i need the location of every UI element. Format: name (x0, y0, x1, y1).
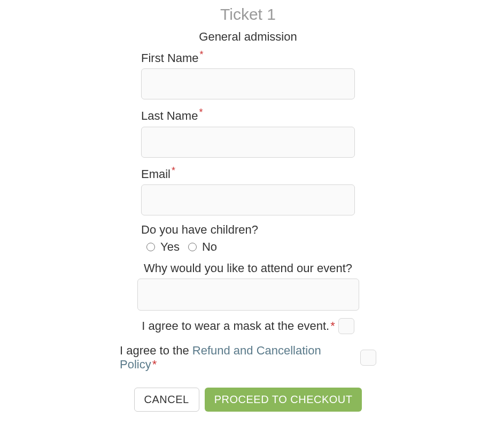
cancel-button[interactable]: CANCEL (134, 388, 199, 412)
last-name-group: Last Name* (141, 107, 355, 157)
policy-checkbox[interactable] (360, 350, 376, 366)
button-row: CANCEL PROCEED TO CHECKOUT (0, 388, 496, 412)
first-name-input[interactable] (141, 68, 355, 99)
mask-label: I agree to wear a mask at the event. (142, 319, 329, 333)
why-attend-group: Why would you like to attend our event? (130, 261, 366, 311)
children-yes-label: Yes (160, 240, 180, 254)
ticket-subtitle: General admission (0, 30, 496, 44)
required-star: * (152, 358, 157, 371)
label-text: First Name (141, 51, 199, 65)
policy-prefix: I agree to the (120, 344, 192, 357)
why-attend-input[interactable] (137, 279, 359, 311)
children-yes-radio[interactable] (146, 243, 155, 251)
first-name-label: First Name* (141, 49, 355, 65)
email-group: Email* (141, 165, 355, 215)
children-no-radio[interactable] (188, 243, 197, 251)
first-name-group: First Name* (141, 49, 355, 99)
last-name-input[interactable] (141, 127, 355, 158)
last-name-label: Last Name* (141, 107, 355, 123)
mask-agreement-text: I agree to wear a mask at the event.* (142, 319, 335, 333)
form-fields: First Name* Last Name* Email* Do you hav… (141, 49, 355, 254)
email-label: Email* (141, 165, 355, 181)
label-text: Email (141, 167, 170, 181)
ticket-form: Ticket 1 General admission First Name* L… (0, 5, 496, 412)
label-text: Last Name (141, 110, 198, 123)
email-input[interactable] (141, 184, 355, 215)
children-no-label: No (202, 240, 217, 254)
required-star: * (200, 49, 204, 60)
policy-agreement-text: I agree to the Refund and Cancellation P… (120, 344, 350, 372)
required-star: * (330, 319, 335, 333)
ticket-title: Ticket 1 (0, 5, 496, 24)
children-group: Do you have children? Yes No (141, 223, 355, 254)
mask-checkbox[interactable] (338, 318, 354, 334)
children-label: Do you have children? (141, 223, 355, 237)
why-attend-label: Why would you like to attend our event? (130, 261, 366, 275)
required-star: * (199, 107, 203, 118)
mask-agreement: I agree to wear a mask at the event.* (120, 318, 376, 334)
required-star: * (172, 165, 175, 176)
policy-agreement: I agree to the Refund and Cancellation P… (120, 344, 376, 372)
proceed-button[interactable]: PROCEED TO CHECKOUT (205, 388, 362, 412)
children-options: Yes No (146, 240, 355, 254)
